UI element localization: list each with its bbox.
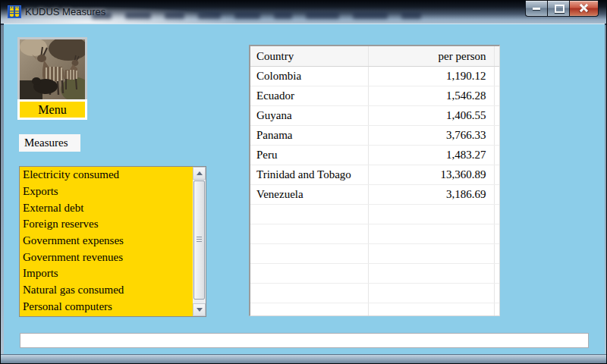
scrollbar-track[interactable] [193, 180, 206, 303]
blurred-menu-text [92, 12, 421, 20]
table-row[interactable]: Ecuador 1,546.28 [250, 86, 499, 106]
kudu-photo [17, 37, 87, 102]
close-button[interactable] [570, 1, 599, 17]
country-cell: Trinidad and Tobago [250, 165, 368, 185]
country-cell: Panama [250, 126, 368, 146]
table-row[interactable]: Colombia 1,190.12 [250, 67, 499, 86]
column-header-country[interactable]: Country [250, 46, 368, 67]
measures-label: Measures [19, 134, 80, 152]
app-window: KUDUS Measures [0, 0, 607, 364]
minimize-button[interactable] [525, 1, 547, 17]
empty-table-row [250, 244, 499, 264]
scrollbar-thumb[interactable] [193, 180, 205, 300]
empty-table-row [250, 264, 499, 284]
country-cell: Ecuador [250, 86, 368, 106]
empty-table-row [250, 284, 499, 303]
country-cell: Guyana [250, 106, 368, 126]
scroll-down-icon [197, 308, 203, 312]
list-item[interactable]: Exports [20, 184, 193, 200]
status-textbox[interactable] [20, 333, 589, 348]
client-area: Menu Measures Electricity consumed Expor… [4, 24, 605, 356]
scroll-up-icon [197, 171, 203, 175]
list-item[interactable]: Personal computers [20, 299, 193, 315]
scroll-down-button[interactable] [193, 303, 206, 316]
per-person-cell: 1,483.27 [368, 146, 494, 165]
table-row[interactable]: Panama 3,766.33 [250, 126, 499, 146]
measures-listbox: Electricity consumed Exports External de… [19, 166, 206, 317]
list-item[interactable]: Government expenses [20, 233, 193, 249]
list-item[interactable]: External debt [20, 199, 193, 216]
scrollbar-grip-icon [197, 237, 202, 242]
table-row[interactable]: Trinidad and Tobago 13,360.89 [250, 165, 499, 185]
minimize-icon [533, 8, 540, 10]
country-cell: Venezuela [250, 185, 368, 205]
window-bottom-border [1, 354, 606, 363]
maximize-button[interactable] [547, 1, 570, 17]
listbox-scrollbar[interactable] [193, 167, 206, 316]
per-person-cell: 13,360.89 [368, 165, 494, 185]
list-item[interactable]: Government revenues [20, 249, 193, 265]
table-header-row: Country per person [250, 46, 499, 67]
country-cell: Colombia [250, 67, 368, 86]
window-controls [525, 1, 599, 17]
maximize-icon [555, 5, 565, 13]
measures-list: Electricity consumed Exports External de… [20, 167, 193, 316]
scroll-up-button[interactable] [193, 167, 206, 180]
list-item[interactable]: Imports [20, 265, 193, 282]
table-row[interactable]: Venezuela 3,186.69 [250, 185, 499, 205]
per-person-cell: 1,406.55 [368, 106, 494, 126]
close-icon [580, 4, 588, 12]
table-row[interactable]: Peru 1,483.27 [250, 146, 499, 165]
app-icon [8, 5, 21, 18]
menu-button[interactable]: Menu [17, 99, 87, 120]
per-person-cell: 3,766.33 [368, 126, 494, 146]
per-person-cell: 1,190.12 [368, 67, 494, 86]
empty-table-row [250, 224, 499, 244]
list-item[interactable]: Natural gas consumed [20, 282, 193, 299]
per-person-cell: 3,186.69 [368, 185, 494, 205]
list-item[interactable]: Electricity consumed [20, 167, 193, 184]
title-bar[interactable]: KUDUS Measures [1, 1, 606, 25]
list-item[interactable]: Foreign reserves [20, 216, 193, 233]
column-header-per-person[interactable]: per person [368, 46, 494, 67]
empty-table-row [250, 205, 499, 224]
empty-table-row [250, 303, 499, 317]
per-person-cell: 1,546.28 [368, 86, 494, 106]
column-header-spacer [494, 46, 499, 67]
country-table: Country per person Colombia 1,190.12 [249, 45, 500, 316]
table-row[interactable]: Guyana 1,406.55 [250, 106, 499, 126]
country-cell: Peru [250, 146, 368, 165]
